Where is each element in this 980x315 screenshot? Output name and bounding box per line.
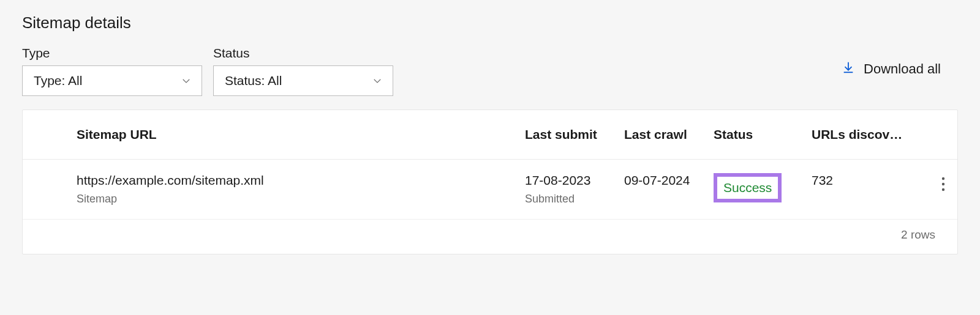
col-sitemap-url[interactable]: Sitemap URL — [77, 127, 525, 142]
cell-last-crawl: 09-07-2024 — [624, 173, 714, 188]
download-all-button[interactable]: Download all — [842, 61, 941, 78]
type-select[interactable]: Type: All — [22, 65, 202, 96]
table-row[interactable]: https://example.com/sitemap.xml Sitemap … — [23, 160, 957, 220]
filter-status: Status Status: All — [213, 46, 393, 96]
last-submit-state: Submitted — [525, 193, 624, 206]
status-select[interactable]: Status: All — [213, 65, 393, 96]
chevron-down-icon — [181, 75, 192, 86]
col-urls-discovered-label: URLs discov… — [812, 127, 902, 142]
filter-toolbar: Type Type: All Status Status: All Downlo… — [22, 46, 958, 96]
cell-urls-discovered: 732 — [812, 173, 910, 188]
col-urls-discovered[interactable]: URLs discov… — [812, 127, 910, 142]
kebab-icon — [941, 183, 945, 193]
filter-type-label: Type — [22, 46, 202, 61]
filter-type: Type Type: All — [22, 46, 202, 96]
sitemap-url-text: https://example.com/sitemap.xml — [77, 173, 525, 188]
last-submit-date: 17-08-2023 — [525, 173, 624, 188]
svg-point-4 — [942, 188, 944, 191]
chevron-down-icon — [372, 75, 383, 86]
col-last-submit[interactable]: Last submit — [525, 127, 624, 142]
svg-point-3 — [942, 183, 944, 185]
svg-point-2 — [942, 177, 944, 180]
filter-status-label: Status — [213, 46, 393, 61]
sitemap-table: Sitemap URL Last submit Last crawl Statu… — [22, 109, 958, 254]
cell-url: https://example.com/sitemap.xml Sitemap — [77, 173, 525, 206]
cell-status: Success — [714, 173, 812, 202]
download-all-label: Download all — [864, 61, 941, 77]
table-footer: 2 rows — [23, 220, 957, 254]
status-select-value: Status: All — [225, 73, 282, 88]
sort-descending-icon — [908, 127, 910, 142]
col-status[interactable]: Status — [714, 127, 812, 142]
col-last-crawl[interactable]: Last crawl — [624, 127, 714, 142]
page-title: Sitemap details — [22, 13, 958, 32]
status-badge: Success — [714, 173, 782, 202]
sitemap-type-text: Sitemap — [77, 193, 525, 206]
download-icon — [842, 61, 855, 78]
row-more-button[interactable] — [939, 173, 948, 198]
type-select-value: Type: All — [34, 73, 82, 88]
cell-last-submit: 17-08-2023 Submitted — [525, 173, 624, 206]
table-header: Sitemap URL Last submit Last crawl Statu… — [23, 110, 957, 160]
